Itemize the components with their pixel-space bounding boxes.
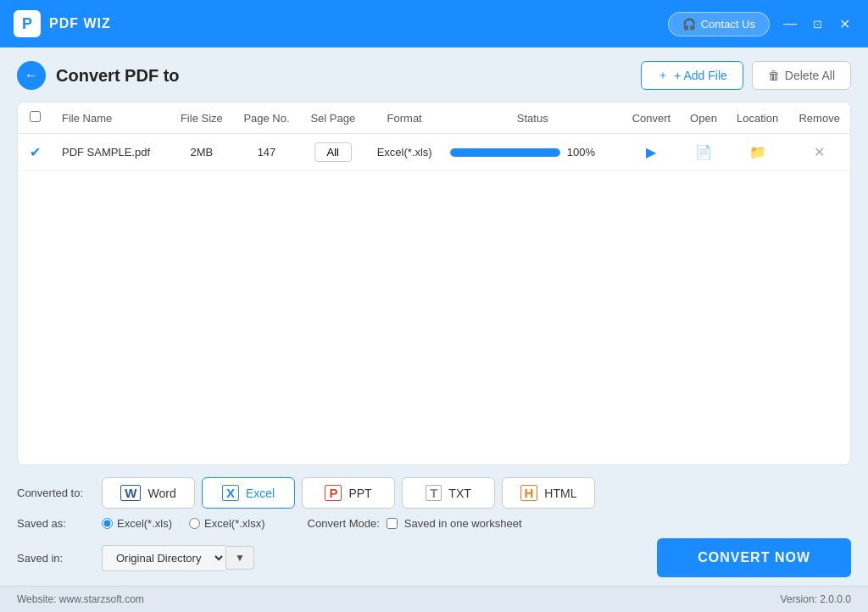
progress-bar-fill xyxy=(450,148,560,157)
sel-page-button[interactable]: All xyxy=(314,142,352,162)
col-checkbox xyxy=(18,103,52,134)
html-icon: H xyxy=(520,485,538,501)
col-remove: Remove xyxy=(788,103,850,134)
format-txt-button[interactable]: T TXT xyxy=(402,477,495,509)
radio-xlsx-label[interactable]: Excel(*.xlsx) xyxy=(189,517,265,530)
footer-version: Version: 2.0.0.0 xyxy=(781,593,851,605)
remove-icon[interactable]: ✕ xyxy=(814,145,825,159)
worksheet-checkbox[interactable] xyxy=(387,518,398,529)
folder-icon[interactable]: 📁 xyxy=(749,145,766,159)
ppt-label: PPT xyxy=(348,487,371,500)
col-convert: Convert xyxy=(622,103,681,134)
radio-xls-label[interactable]: Excel(*.xls) xyxy=(102,517,172,530)
file-table-container: File Name File Size Page No. Sel Page Fo… xyxy=(17,102,851,465)
ppt-icon: P xyxy=(325,485,342,501)
col-filesize: File Size xyxy=(170,103,233,134)
plus-icon: ＋ xyxy=(657,68,669,83)
saved-in-dropdown: Original Directory Custom Directory ▼ xyxy=(102,545,254,571)
row-checkbox-cell: ✔ xyxy=(18,134,52,171)
saved-in-select[interactable]: Original Directory Custom Directory xyxy=(102,545,225,571)
title-bar: P PDF WIZ 🎧 Contact Us — ⊡ ✕ xyxy=(0,0,868,47)
minimize-button[interactable]: — xyxy=(780,14,800,34)
radio-xlsx-text: Excel(*.xlsx) xyxy=(204,517,265,530)
progress-container: 100% xyxy=(450,146,615,159)
page-header: ← Convert PDF to ＋ + Add File 🗑 Delete A… xyxy=(17,61,851,90)
page-title: Convert PDF to xyxy=(56,66,180,86)
converted-to-label: Converted to: xyxy=(17,487,93,499)
play-button[interactable]: ▶ xyxy=(646,145,656,159)
footer-website: Website: www.starzsoft.com xyxy=(17,593,144,605)
row-status: 100% xyxy=(443,134,622,171)
delete-all-button[interactable]: 🗑 Delete All xyxy=(752,61,851,90)
radio-xls-text: Excel(*.xls) xyxy=(117,517,172,530)
convert-mode-label: Convert Mode: xyxy=(308,517,380,530)
row-filesize: 2MB xyxy=(170,134,233,171)
headset-icon: 🎧 xyxy=(682,18,696,31)
word-icon: W xyxy=(120,485,141,501)
footer: Website: www.starzsoft.com Version: 2.0.… xyxy=(0,586,868,612)
html-label: HTML xyxy=(544,487,576,500)
select-all-checkbox[interactable] xyxy=(30,111,41,122)
txt-label: TXT xyxy=(448,487,470,500)
row-convert: ▶ xyxy=(622,134,681,171)
worksheet-label: Saved in one worksheet xyxy=(404,517,522,530)
back-button[interactable]: ← xyxy=(17,61,46,90)
table-row: ✔ PDF SAMPLE.pdf 2MB 147 All Excel(*.xls… xyxy=(18,134,850,171)
col-filename: File Name xyxy=(52,103,170,134)
add-file-button[interactable]: ＋ + Add File xyxy=(641,61,743,90)
restore-icon: ⊡ xyxy=(813,18,822,31)
app-title: PDF WIZ xyxy=(49,16,111,31)
excel-icon: X xyxy=(222,485,239,501)
open-file-icon[interactable]: 📄 xyxy=(695,145,712,159)
row-format: Excel(*.xls) xyxy=(366,134,443,171)
saved-as-label: Saved as: xyxy=(17,517,93,530)
progress-percent: 100% xyxy=(567,146,595,159)
txt-icon: T xyxy=(426,485,442,501)
row-selpage: All xyxy=(300,134,365,171)
radio-xlsx[interactable] xyxy=(189,518,200,529)
title-bar-right: 🎧 Contact Us — ⊡ ✕ xyxy=(668,12,854,36)
title-bar-left: P PDF WIZ xyxy=(14,10,111,37)
contact-us-button[interactable]: 🎧 Contact Us xyxy=(668,12,770,36)
saved-as-radio-group: Excel(*.xls) Excel(*.xlsx) xyxy=(102,517,265,530)
saved-in-row: Saved in: Original Directory Custom Dire… xyxy=(17,538,851,577)
saved-in-label: Saved in: xyxy=(17,552,93,565)
convert-mode-group: Convert Mode: Saved in one worksheet xyxy=(308,517,522,530)
format-buttons: W Word X Excel P PPT T TXT H HTML xyxy=(102,477,595,509)
row-open: 📄 xyxy=(681,134,726,171)
page-header-right: ＋ + Add File 🗑 Delete All xyxy=(641,61,851,90)
row-checked-icon: ✔ xyxy=(30,145,41,159)
restore-button[interactable]: ⊡ xyxy=(807,14,827,34)
row-remove: ✕ xyxy=(788,134,850,171)
col-pageno: Page No. xyxy=(233,103,300,134)
page-header-left: ← Convert PDF to xyxy=(17,61,180,90)
col-location: Location xyxy=(726,103,788,134)
col-selpage: Sel Page xyxy=(300,103,365,134)
close-button[interactable]: ✕ xyxy=(834,14,854,34)
col-format: Format xyxy=(366,103,443,134)
back-arrow-icon: ← xyxy=(25,68,38,83)
convert-now-button[interactable]: CONVERT NOW xyxy=(657,538,851,577)
excel-label: Excel xyxy=(246,487,275,500)
saved-in-left: Saved in: Original Directory Custom Dire… xyxy=(17,545,254,571)
window-controls: — ⊡ ✕ xyxy=(780,14,854,34)
file-table: File Name File Size Page No. Sel Page Fo… xyxy=(18,103,850,171)
app-logo: P xyxy=(14,10,41,37)
radio-xls[interactable] xyxy=(102,518,113,529)
format-excel-button[interactable]: X Excel xyxy=(202,477,295,509)
format-html-button[interactable]: H HTML xyxy=(502,477,595,509)
col-open: Open xyxy=(681,103,726,134)
format-ppt-button[interactable]: P PPT xyxy=(302,477,395,509)
trash-icon: 🗑 xyxy=(768,69,780,82)
table-header-row: File Name File Size Page No. Sel Page Fo… xyxy=(18,103,850,134)
bottom-options: Converted to: W Word X Excel P PPT T TXT xyxy=(17,477,851,577)
format-word-button[interactable]: W Word xyxy=(102,477,195,509)
row-location: 📁 xyxy=(726,134,788,171)
dropdown-arrow-icon[interactable]: ▼ xyxy=(225,546,254,570)
row-pageno: 147 xyxy=(233,134,300,171)
row-filename: PDF SAMPLE.pdf xyxy=(52,134,170,171)
col-status: Status xyxy=(443,103,622,134)
word-label: Word xyxy=(147,487,175,500)
converted-to-row: Converted to: W Word X Excel P PPT T TXT xyxy=(17,477,851,509)
saved-as-row: Saved as: Excel(*.xls) Excel(*.xlsx) Con… xyxy=(17,517,851,530)
